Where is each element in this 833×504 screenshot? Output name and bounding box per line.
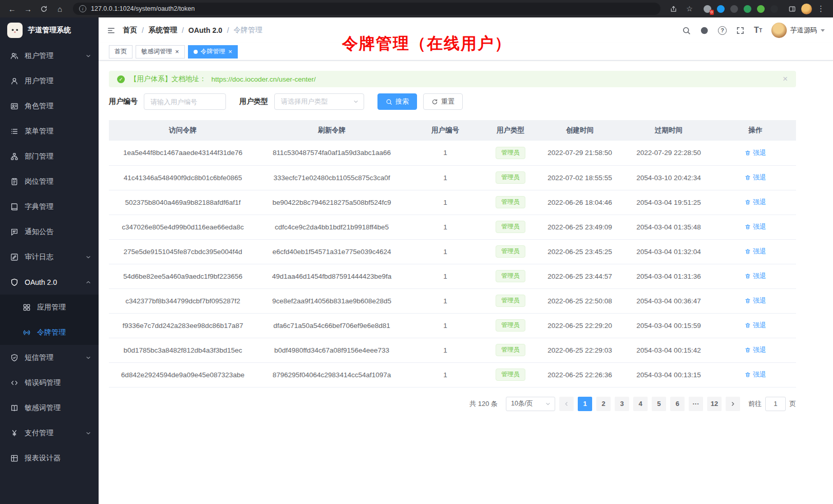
app-logo[interactable]: 芋道管理系统 [0,17,99,43]
sidebar-item-notice[interactable]: 通知公告 [0,219,99,244]
user-type-label: 用户类型 [239,97,268,106]
goto-page-input[interactable] [765,397,786,411]
doc-link[interactable]: https://doc.iocoder.cn/user-center/ [212,75,316,83]
sidebar-item-oauth2-token[interactable]: 令牌管理 [0,320,99,345]
sidebar-collapse-button[interactable] [107,26,116,35]
chevron-right-icon [730,401,736,407]
sidebar-item-report-designer[interactable]: 报表设计器 [0,445,99,471]
share-icon[interactable] [667,2,680,16]
user-menu[interactable]: 芋道源码 [771,23,825,38]
browser-back-button[interactable]: ← [5,2,19,16]
sidebar-item-label: 应用管理 [37,303,91,312]
cell-refresh-token: 8796295f04064c2983414cc54af1097a [257,362,407,387]
sidebar-item-tenant[interactable]: 租户管理 [0,43,99,68]
sidebar-item-sensitive-word[interactable]: 敏感词管理 [0,395,99,420]
sidebar-item-sms[interactable]: 短信管理 [0,345,99,370]
force-logout-button[interactable]: 强退 [745,370,766,379]
force-logout-button[interactable]: 强退 [745,272,766,281]
tab-home[interactable]: 首页 [109,45,132,59]
browser-menu-icon[interactable]: ⋮ [814,2,828,16]
delete-icon [745,347,751,353]
alert-close-icon[interactable]: × [783,74,788,84]
site-info-icon[interactable]: i [79,5,86,12]
force-logout-button[interactable]: 强退 [745,222,766,231]
force-logout-label: 强退 [753,247,766,256]
github-icon[interactable] [700,26,709,35]
force-logout-button[interactable]: 强退 [745,321,766,330]
force-logout-button[interactable]: 强退 [745,296,766,305]
font-size-icon[interactable]: TT [754,26,762,35]
page-button-1[interactable]: 1 [578,397,592,411]
close-icon[interactable]: × [229,48,233,55]
force-logout-button[interactable]: 强退 [745,148,766,158]
table-row: b0d1785bc3a8482f812db4a3f3bd15ec b0df498… [109,338,796,362]
extension-icon[interactable] [717,5,725,13]
browser-profile-avatar[interactable] [801,4,812,14]
bookmark-star-icon[interactable]: ☆ [683,2,696,16]
extension-icon[interactable] [770,5,778,13]
breadcrumb-item-system[interactable]: 系统管理 [148,26,177,35]
sidebar-item-audit-log[interactable]: 审计日志 [0,244,99,269]
extension-icon[interactable] [744,5,751,13]
cell-expire-time: 2054-03-04 01:31:36 [622,264,715,288]
user-type-select[interactable]: 请选择用户类型 [274,93,364,110]
page-button-6[interactable]: 6 [670,397,685,411]
user-id-input[interactable] [144,93,226,110]
table-row: 275e5de9151045fe87cbdc395e004f4d e6cfd40… [109,239,796,264]
breadcrumb-item-oauth2[interactable]: OAuth 2.0 [188,26,222,34]
tab-token[interactable]: 令牌管理× [188,45,238,59]
reset-button-label: 重置 [441,97,455,106]
sidebar-item-role[interactable]: 角色管理 [0,93,99,119]
badge-icon [10,178,18,186]
user-type-badge: 管理员 [496,344,525,356]
sidebar-item-payment[interactable]: 支付管理 [0,420,99,445]
sidebar-item-menu[interactable]: 菜单管理 [0,119,99,144]
page-button-3[interactable]: 3 [615,397,629,411]
browser-forward-button[interactable]: → [21,2,35,16]
force-logout-button[interactable]: 强退 [745,247,766,256]
browser-home-button[interactable]: ⌂ [53,2,67,16]
extension-icon[interactable]: 0 [704,5,711,13]
breadcrumb-item-home[interactable]: 首页 [123,26,137,35]
page-button-5[interactable]: 5 [652,397,666,411]
annotation-overlay: 令牌管理（在线用户） [342,33,512,54]
next-page-button[interactable] [726,397,740,411]
sidebar-item-dict[interactable]: 字典管理 [0,194,99,219]
sidebar-item-post[interactable]: 岗位管理 [0,169,99,194]
prev-page-button[interactable] [559,397,574,411]
sidebar-item-user[interactable]: 用户管理 [0,68,99,93]
cell-actions: 强退 [715,313,796,338]
pagination-ellipsis[interactable]: ··· [689,397,703,411]
force-logout-button[interactable]: 强退 [745,173,766,182]
page-button-2[interactable]: 2 [596,397,611,411]
page-button-4[interactable]: 4 [633,397,648,411]
breadcrumb-separator: / [227,26,229,34]
force-logout-button[interactable]: 强退 [745,345,766,355]
search-button[interactable]: 搜索 [377,93,417,110]
cell-actions: 强退 [715,141,796,165]
page-button-last[interactable]: 12 [707,397,722,411]
side-panel-icon[interactable] [785,2,799,16]
extension-icon[interactable] [757,5,765,13]
reset-button[interactable]: 重置 [423,93,463,110]
search-button-label: 搜索 [395,97,409,106]
help-icon[interactable]: ? [718,26,727,35]
page-size-select[interactable]: 10条/页 [506,397,555,411]
sidebar-item-oauth2-app[interactable]: 应用管理 [0,295,99,320]
address-bar[interactable]: i 127.0.0.1:1024/system/oauth2/token [73,3,660,15]
breadcrumb: 首页 / 系统管理 / OAuth 2.0 / 令牌管理 [123,26,262,35]
search-icon[interactable] [682,26,691,35]
force-logout-label: 强退 [753,296,766,305]
tab-sensitive-word[interactable]: 敏感词管理× [136,45,185,59]
cell-actions: 强退 [715,215,796,239]
extension-icon[interactable] [730,5,738,13]
browser-reload-button[interactable] [37,2,51,16]
sidebar-item-oauth2[interactable]: OAuth 2.0 [0,269,99,295]
fullscreen-icon[interactable] [736,26,745,35]
force-logout-button[interactable]: 强退 [745,198,766,207]
cell-user-type: 管理员 [484,141,537,165]
sidebar-item-error-code[interactable]: 错误码管理 [0,370,99,395]
close-icon[interactable]: × [175,48,179,55]
sidebar-item-dept[interactable]: 部门管理 [0,144,99,169]
sidebar-item-label: 部门管理 [25,152,91,161]
